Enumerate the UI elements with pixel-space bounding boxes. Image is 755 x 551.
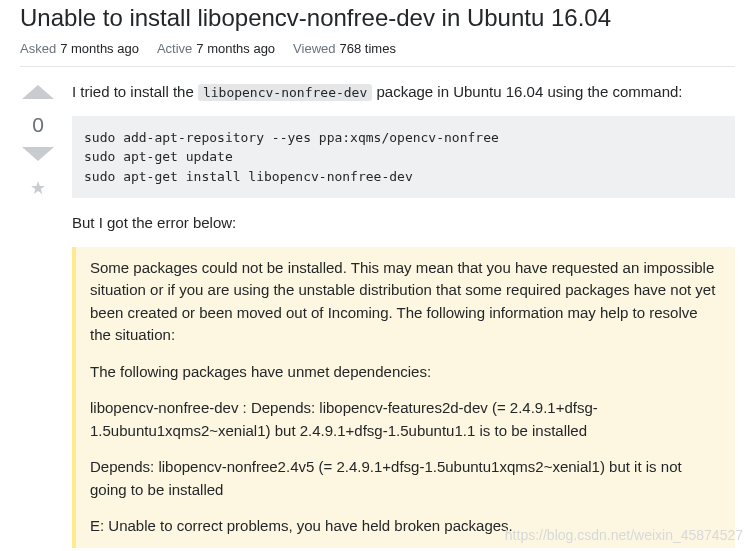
question-meta: Asked 7 months ago Active 7 months ago V… (20, 41, 735, 67)
upvote-button[interactable] (20, 81, 56, 105)
error-intro-paragraph: But I got the error below: (72, 212, 735, 235)
favorite-star-icon[interactable]: ★ (30, 177, 46, 199)
vote-count: 0 (32, 113, 44, 137)
vote-column: 0 ★ (20, 81, 56, 551)
intro-suffix: package in Ubuntu 16.04 using the comman… (372, 83, 682, 100)
quote-line-3: libopencv-nonfree-dev : Depends: libopen… (90, 397, 721, 442)
active-meta: Active 7 months ago (157, 41, 275, 56)
intro-paragraph: I tried to install the libopencv-nonfree… (72, 81, 735, 104)
active-label: Active (157, 41, 192, 56)
quote-line-2: The following packages have unmet depend… (90, 361, 721, 384)
question-title: Unable to install libopencv-nonfree-dev … (20, 2, 735, 33)
post-body: I tried to install the libopencv-nonfree… (72, 81, 735, 551)
viewed-meta: Viewed 768 times (293, 41, 396, 56)
asked-value: 7 months ago (60, 41, 139, 56)
downvote-button[interactable] (20, 145, 56, 169)
command-code-block: sudo add-apt-repository --yes ppa:xqms/o… (72, 116, 735, 199)
asked-meta: Asked 7 months ago (20, 41, 139, 56)
quote-line-1: Some packages could not be installed. Th… (90, 257, 721, 347)
viewed-label: Viewed (293, 41, 335, 56)
intro-prefix: I tried to install the (72, 83, 198, 100)
viewed-value: 768 times (340, 41, 396, 56)
error-blockquote: Some packages could not be installed. Th… (72, 247, 735, 548)
asked-label: Asked (20, 41, 56, 56)
quote-line-5: E: Unable to correct problems, you have … (90, 515, 721, 538)
quote-line-4: Depends: libopencv-nonfree2.4v5 (= 2.4.9… (90, 456, 721, 501)
active-value: 7 months ago (196, 41, 275, 56)
inline-code-package: libopencv-nonfree-dev (198, 84, 372, 101)
